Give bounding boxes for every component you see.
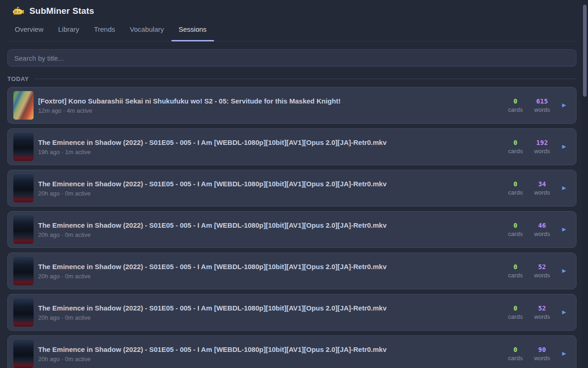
cards-count: 0 (505, 346, 526, 353)
session-thumbnail (13, 215, 34, 244)
words-label: words (532, 272, 552, 279)
cards-count: 0 (505, 263, 526, 270)
tab-bar: Overview Library Trends Vocabulary Sessi… (7, 20, 577, 41)
tab-sessions[interactable]: Sessions (171, 20, 214, 41)
session-thumbnail (13, 132, 34, 161)
words-label: words (532, 313, 552, 320)
play-icon: ▶ (562, 268, 566, 274)
scrollbar-track[interactable] (582, 0, 588, 368)
session-stats: 0 cards 615 words (505, 98, 552, 113)
words-label: words (532, 189, 552, 196)
session-card[interactable]: [Foxtrot] Kono Subarashii Sekai ni Shuku… (7, 87, 577, 124)
session-title: The Eminence in Shadow (2022) - S01E05 -… (38, 221, 500, 229)
cards-count: 0 (505, 139, 526, 146)
words-stat: 52 words (532, 305, 552, 320)
section-header: TODAY (7, 75, 577, 82)
play-icon: ▶ (562, 144, 566, 150)
words-label: words (532, 148, 552, 155)
words-stat: 46 words (532, 222, 552, 237)
play-icon: ▶ (562, 102, 566, 108)
session-card[interactable]: The Eminence in Shadow (2022) - S01E05 -… (7, 211, 577, 248)
session-meta: 20h ago · 0m active (38, 231, 500, 238)
session-meta: 20h ago · 0m active (38, 190, 500, 197)
play-icon: ▶ (562, 351, 566, 356)
session-thumbnail (13, 257, 34, 285)
cards-stat: 0 cards (505, 98, 526, 113)
session-meta: 12m ago · 4m active (38, 107, 500, 114)
session-meta: 20h ago · 0m active (38, 314, 500, 321)
cards-count: 0 (505, 305, 526, 312)
cards-count: 0 (505, 98, 526, 105)
play-icon: ▶ (562, 226, 566, 232)
session-thumbnail (13, 298, 34, 327)
session-thumbnail (13, 339, 34, 368)
scrollbar-thumb[interactable] (583, 5, 587, 97)
cards-stat: 0 cards (505, 222, 526, 237)
play-button[interactable]: ▶ (558, 264, 571, 277)
cards-label: cards (505, 272, 526, 279)
cards-stat: 0 cards (505, 305, 526, 320)
session-meta: 20h ago · 0m active (38, 356, 500, 362)
session-info: The Eminence in Shadow (2022) - S01E05 -… (38, 138, 505, 155)
play-button[interactable]: ▶ (558, 182, 571, 195)
words-label: words (532, 355, 552, 362)
words-stat: 52 words (532, 263, 552, 279)
session-card[interactable]: The Eminence in Shadow (2022) - S01E05 -… (7, 170, 577, 207)
tab-library[interactable]: Library (51, 20, 87, 41)
session-info: The Eminence in Shadow (2022) - S01E05 -… (38, 221, 505, 238)
words-label: words (532, 106, 552, 113)
words-stat: 615 words (532, 98, 552, 113)
play-button[interactable]: ▶ (558, 306, 571, 319)
words-stat: 34 words (532, 180, 552, 196)
cards-stat: 0 cards (505, 346, 526, 362)
cards-label: cards (505, 313, 526, 320)
words-count: 52 (532, 263, 552, 270)
session-list: [Foxtrot] Kono Subarashii Sekai ni Shuku… (7, 87, 577, 368)
session-stats: 0 cards 90 words (505, 346, 552, 362)
session-stats: 0 cards 192 words (505, 139, 552, 155)
search-input[interactable] (7, 49, 577, 67)
cards-label: cards (505, 355, 526, 362)
tab-trends[interactable]: Trends (86, 20, 122, 41)
tab-overview[interactable]: Overview (7, 20, 51, 41)
session-card[interactable]: The Eminence in Shadow (2022) - S01E05 -… (7, 294, 577, 331)
cards-stat: 0 cards (505, 139, 526, 155)
session-info: The Eminence in Shadow (2022) - S01E05 -… (38, 263, 505, 280)
session-title: The Eminence in Shadow (2022) - S01E05 -… (38, 138, 500, 146)
cards-label: cards (505, 148, 526, 155)
play-button[interactable]: ▶ (558, 140, 571, 153)
session-title: [Foxtrot] Kono Subarashii Sekai ni Shuku… (38, 97, 500, 105)
cards-label: cards (505, 106, 526, 113)
sessions-page: SubMiner Stats Overview Library Trends V… (0, 0, 588, 368)
session-meta: 19h ago · 1m active (38, 149, 500, 155)
play-icon: ▶ (562, 185, 566, 191)
session-card[interactable]: The Eminence in Shadow (2022) - S01E05 -… (7, 128, 577, 165)
session-card[interactable]: The Eminence in Shadow (2022) - S01E05 -… (7, 335, 577, 368)
words-stat: 90 words (532, 346, 552, 362)
search-bar (7, 49, 577, 67)
app-title: SubMiner Stats (29, 6, 94, 16)
cards-stat: 0 cards (505, 180, 526, 196)
session-meta: 20h ago · 0m active (38, 273, 500, 280)
section-divider (34, 79, 577, 79)
session-info: [Foxtrot] Kono Subarashii Sekai ni Shuku… (38, 97, 505, 114)
session-title: The Eminence in Shadow (2022) - S01E05 -… (38, 345, 500, 353)
words-count: 52 (532, 305, 552, 312)
session-card[interactable]: The Eminence in Shadow (2022) - S01E05 -… (7, 253, 577, 289)
session-stats: 0 cards 52 words (505, 263, 552, 279)
cards-stat: 0 cards (505, 263, 526, 279)
play-button[interactable]: ▶ (558, 223, 571, 236)
session-info: The Eminence in Shadow (2022) - S01E05 -… (38, 345, 505, 362)
session-stats: 0 cards 46 words (505, 222, 552, 237)
play-button[interactable]: ▶ (558, 347, 571, 360)
words-count: 90 (532, 346, 552, 353)
play-button[interactable]: ▶ (558, 99, 571, 112)
tab-vocabulary[interactable]: Vocabulary (123, 20, 171, 41)
session-title: The Eminence in Shadow (2022) - S01E05 -… (38, 180, 500, 188)
submarine-logo-icon (12, 6, 24, 16)
words-stat: 192 words (532, 139, 552, 155)
session-title: The Eminence in Shadow (2022) - S01E05 -… (38, 263, 500, 270)
session-info: The Eminence in Shadow (2022) - S01E05 -… (38, 180, 505, 197)
session-thumbnail (13, 174, 34, 202)
cards-count: 0 (505, 180, 526, 188)
